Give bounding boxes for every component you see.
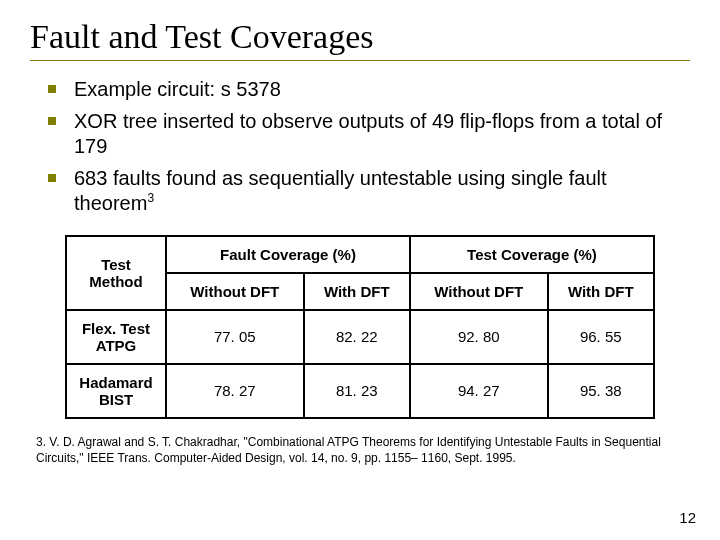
cell: 95. 38 <box>548 364 654 418</box>
col-test-coverage: Test Coverage (%) <box>410 236 654 273</box>
cell: 92. 80 <box>410 310 548 364</box>
footnote: 3. V. D. Agrawal and S. T. Chakradhar, "… <box>36 435 684 466</box>
page-number: 12 <box>679 509 696 526</box>
subcol: Without DFT <box>166 273 304 310</box>
col-fault-coverage: Fault Coverage (%) <box>166 236 410 273</box>
cell: 96. 55 <box>548 310 654 364</box>
page-title: Fault and Test Coverages <box>30 18 690 56</box>
title-rule <box>30 60 690 61</box>
cell: 81. 23 <box>304 364 410 418</box>
row-name: Hadamard BIST <box>66 364 166 418</box>
slide: Fault and Test Coverages Example circuit… <box>0 0 720 540</box>
row-name: Flex. Test ATPG <box>66 310 166 364</box>
cell: 77. 05 <box>166 310 304 364</box>
bullet-item: Example circuit: s 5378 <box>44 77 680 103</box>
bullet-list: Example circuit: s 5378 XOR tree inserte… <box>30 77 690 217</box>
cell: 78. 27 <box>166 364 304 418</box>
bullet-text: 683 faults found as sequentially untesta… <box>74 167 607 215</box>
subcol: With DFT <box>548 273 654 310</box>
footnote-ref: 3 <box>147 192 154 206</box>
table-row: Hadamard BIST 78. 27 81. 23 94. 27 95. 3… <box>66 364 654 418</box>
table-header-row: Test Method Fault Coverage (%) Test Cove… <box>66 236 654 273</box>
subcol: With DFT <box>304 273 410 310</box>
bullet-item: XOR tree inserted to observe outputs of … <box>44 109 680 160</box>
coverage-table: Test Method Fault Coverage (%) Test Cove… <box>65 235 655 419</box>
cell: 94. 27 <box>410 364 548 418</box>
bullet-item: 683 faults found as sequentially untesta… <box>44 166 680 217</box>
subcol: Without DFT <box>410 273 548 310</box>
col-method: Test Method <box>66 236 166 310</box>
cell: 82. 22 <box>304 310 410 364</box>
table-row: Flex. Test ATPG 77. 05 82. 22 92. 80 96.… <box>66 310 654 364</box>
